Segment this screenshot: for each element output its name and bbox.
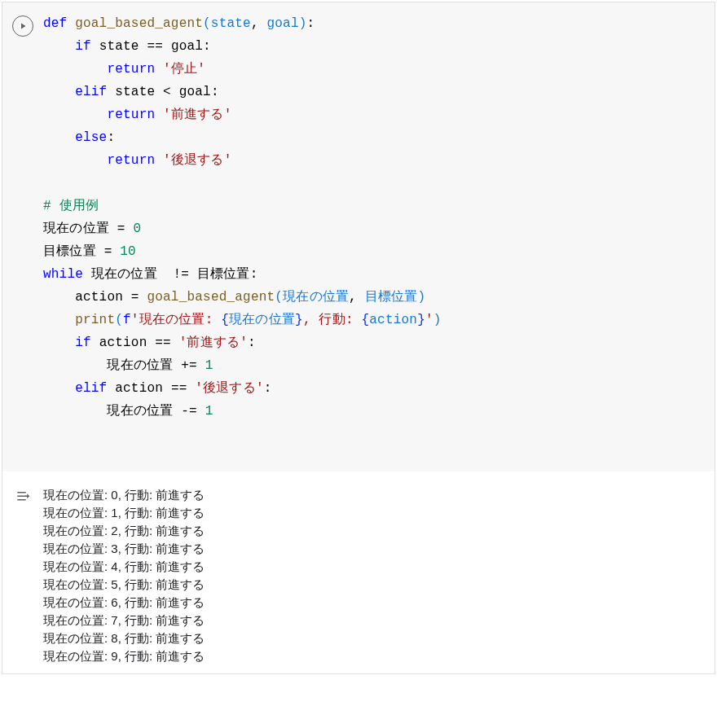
number-literal: 10 xyxy=(120,244,136,259)
string-literal: '前進する' xyxy=(179,335,248,350)
string-literal: '後退する' xyxy=(163,153,231,168)
call-name: goal_based_agent xyxy=(147,290,275,305)
string-literal: '後退する' xyxy=(195,381,263,396)
output-line: 現在の位置: 8, 行動: 前進する xyxy=(43,631,205,645)
keyword-return: return xyxy=(107,62,155,77)
keyword-else: else xyxy=(75,130,107,145)
stdout-output: 現在の位置: 0, 行動: 前進する 現在の位置: 1, 行動: 前進する 現在… xyxy=(43,486,715,665)
run-button[interactable] xyxy=(12,15,33,37)
number-literal: 0 xyxy=(133,221,141,236)
keyword-if: if xyxy=(75,335,91,350)
output-line: 現在の位置: 3, 行動: 前進する xyxy=(43,542,205,555)
cell-output-area: 現在の位置: 0, 行動: 前進する 現在の位置: 1, 行動: 前進する 現在… xyxy=(2,471,715,673)
output-line: 現在の位置: 6, 行動: 前進する xyxy=(43,595,205,609)
number-literal: 1 xyxy=(205,404,213,419)
output-line: 現在の位置: 9, 行動: 前進する xyxy=(43,649,205,663)
cell-gutter xyxy=(2,12,43,423)
output-line: 現在の位置: 0, 行動: 前進する xyxy=(43,488,205,502)
code-input-area: def goal_based_agent(state, goal): if st… xyxy=(2,2,715,471)
output-line: 現在の位置: 5, 行動: 前進する xyxy=(43,577,205,591)
output-line: 現在の位置: 4, 行動: 前進する xyxy=(43,559,205,573)
string-literal: '停止' xyxy=(163,62,205,77)
play-icon xyxy=(18,21,28,31)
output-icon[interactable] xyxy=(14,488,32,506)
param: state xyxy=(211,16,251,31)
keyword-if: if xyxy=(75,39,91,54)
builtin-print: print xyxy=(75,313,115,327)
output-line: 現在の位置: 2, 行動: 前進する xyxy=(43,524,205,537)
number-literal: 1 xyxy=(205,358,213,373)
comment: # 使用例 xyxy=(43,199,99,213)
code-editor[interactable]: def goal_based_agent(state, goal): if st… xyxy=(43,12,715,423)
keyword-return: return xyxy=(107,153,155,168)
output-gutter xyxy=(2,486,43,665)
function-name: goal_based_agent xyxy=(75,16,203,31)
param: goal xyxy=(266,16,298,31)
keyword-while: while xyxy=(43,267,83,282)
output-line: 現在の位置: 1, 行動: 前進する xyxy=(43,506,205,520)
output-line: 現在の位置: 7, 行動: 前進する xyxy=(43,613,205,627)
keyword-return: return xyxy=(107,107,155,122)
keyword-def: def xyxy=(43,16,67,31)
notebook-cell: def goal_based_agent(state, goal): if st… xyxy=(2,2,715,674)
keyword-elif: elif xyxy=(75,381,107,396)
string-literal: '前進する' xyxy=(163,107,231,122)
keyword-elif: elif xyxy=(75,85,107,99)
